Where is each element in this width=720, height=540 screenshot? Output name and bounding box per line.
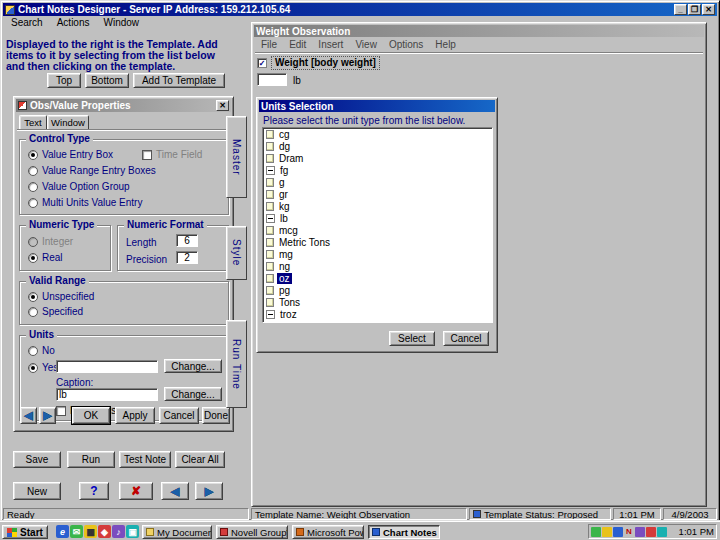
cancel-button[interactable]: Cancel <box>159 407 199 424</box>
option-specified[interactable]: Specified <box>28 306 83 317</box>
tray-icon[interactable]: N <box>624 527 634 537</box>
properties-dialog-title-bar[interactable]: Obs/Value Properties ✕ <box>16 99 231 112</box>
menu-insert[interactable]: Insert <box>312 39 349 51</box>
unit-list-item[interactable]: ng <box>263 260 492 272</box>
delete-button[interactable]: ✘ <box>119 482 153 500</box>
next-button[interactable]: ▶ <box>195 482 223 500</box>
option-units-yes[interactable]: Yes <box>28 362 58 373</box>
caption-input[interactable] <box>56 388 158 401</box>
unit-list-item[interactable]: pg <box>263 284 492 296</box>
tray-icon[interactable] <box>657 527 667 537</box>
select-button[interactable]: Select <box>389 331 435 346</box>
option-unspecified[interactable]: Unspecified <box>28 291 94 302</box>
option-units-no[interactable]: No <box>28 345 55 356</box>
tab-window[interactable]: Window <box>47 115 89 130</box>
apply-button[interactable]: Apply <box>115 407 155 424</box>
unit-list-item[interactable]: mcg <box>263 224 492 236</box>
checkbox-icon[interactable] <box>56 406 66 416</box>
tray-icon[interactable] <box>613 527 623 537</box>
tray-icon[interactable] <box>646 527 656 537</box>
quick-launch-icon[interactable]: e <box>56 525 69 538</box>
unit-list-item[interactable]: mg <box>263 248 492 260</box>
task-novell-groupwise[interactable]: Novell GroupW... <box>216 525 288 539</box>
quick-launch-icon[interactable]: ▦ <box>84 525 97 538</box>
unit-list-item[interactable]: gr <box>263 188 492 200</box>
quick-launch-icon[interactable]: ▣ <box>126 525 139 538</box>
unit-list-item[interactable]: g <box>263 176 492 188</box>
task-microsoft-powerpoint[interactable]: Microsoft Pow... <box>292 525 364 539</box>
menu-view[interactable]: View <box>349 39 383 51</box>
radio-icon[interactable] <box>28 253 38 263</box>
task-my-documents[interactable]: My Documents <box>142 525 212 539</box>
minimize-button[interactable]: _ <box>674 4 687 15</box>
option-value-range-entry-boxes[interactable]: Value Range Entry Boxes <box>28 165 156 176</box>
start-button[interactable]: Start <box>2 525 48 539</box>
maximize-button[interactable]: ❐ <box>688 4 701 15</box>
unit-list-item[interactable]: oz <box>263 272 492 284</box>
nav-back-button[interactable]: ◀ <box>20 407 37 424</box>
tab-text[interactable]: Text <box>19 115 47 130</box>
radio-icon[interactable] <box>28 166 38 176</box>
radio-icon[interactable] <box>28 182 38 192</box>
units-type-input[interactable] <box>56 360 158 373</box>
radio-icon[interactable] <box>28 363 38 373</box>
close-button[interactable]: ✕ <box>702 4 715 15</box>
checkbox-icon[interactable] <box>142 150 152 160</box>
unit-list-item[interactable]: Dram <box>263 152 492 164</box>
menu-actions[interactable]: Actions <box>50 17 97 30</box>
units-dialog-title-bar[interactable]: Units Selection <box>259 100 495 112</box>
option-integer[interactable]: Integer <box>28 236 73 247</box>
prev-button[interactable]: ◀ <box>161 482 189 500</box>
quick-launch-icon[interactable]: ♪ <box>112 525 125 538</box>
option-time-field[interactable]: Time Field <box>142 149 202 160</box>
menu-file[interactable]: File <box>255 39 283 51</box>
nav-forward-button[interactable]: ▶ <box>39 407 56 424</box>
units-cancel-button[interactable]: Cancel <box>443 331 489 346</box>
task-chart-notes[interactable]: Chart Notes ... <box>368 525 440 539</box>
unit-list-item[interactable]: kg <box>263 200 492 212</box>
radio-icon[interactable] <box>28 292 38 302</box>
quick-launch-icon[interactable]: ✉ <box>70 525 83 538</box>
unit-list-item[interactable]: cg <box>263 128 492 140</box>
caption-change-button[interactable]: Change... <box>164 387 222 401</box>
quick-launch-icon[interactable]: ◈ <box>98 525 111 538</box>
taskbar-clock[interactable]: 1:01 PM <box>679 526 714 537</box>
units-list[interactable]: cgdgDramfgggrkglbmcgMetric TonsmgngozpgT… <box>262 127 493 323</box>
precision-input[interactable] <box>176 251 198 264</box>
menu-help[interactable]: Help <box>429 39 462 51</box>
unit-list-item[interactable]: troz <box>263 308 492 320</box>
add-to-template-button[interactable]: Add To Template <box>133 73 225 88</box>
unit-list-item[interactable]: dg <box>263 140 492 152</box>
save-button[interactable]: Save <box>13 451 61 468</box>
unit-list-item[interactable]: Tons <box>263 296 492 308</box>
bottom-button[interactable]: Bottom <box>85 73 129 88</box>
radio-icon[interactable] <box>28 346 38 356</box>
unit-list-item[interactable]: fg <box>263 164 492 176</box>
option-value-entry-box[interactable]: Value Entry Box <box>28 149 113 160</box>
unit-list-item[interactable]: lb <box>263 212 492 224</box>
help-button[interactable]: ? <box>79 482 109 500</box>
length-input[interactable] <box>176 234 198 247</box>
units-change-button[interactable]: Change... <box>164 359 222 373</box>
menu-options[interactable]: Options <box>383 39 429 51</box>
title-bar[interactable]: Chart Notes Designer - Server IP Address… <box>3 3 717 16</box>
menu-search[interactable]: Search <box>4 17 50 30</box>
run-button[interactable]: Run <box>67 451 115 468</box>
test-note-button[interactable]: Test Note <box>119 451 171 468</box>
radio-icon[interactable] <box>28 150 38 160</box>
clear-all-button[interactable]: Clear All <box>175 451 225 468</box>
unit-list-item[interactable]: Metric Tons <box>263 236 492 248</box>
tray-icon[interactable] <box>635 527 645 537</box>
menu-edit[interactable]: Edit <box>283 39 312 51</box>
radio-icon[interactable] <box>28 307 38 317</box>
option-real[interactable]: Real <box>28 252 63 263</box>
radio-icon[interactable] <box>28 198 38 208</box>
sidebar-tab-master[interactable]: Master <box>226 116 247 198</box>
new-button[interactable]: New <box>13 482 61 500</box>
option-value-option-group[interactable]: Value Option Group <box>28 181 130 192</box>
radio-icon[interactable] <box>28 237 38 247</box>
sidebar-tab-run-time[interactable]: Run Time <box>226 320 247 408</box>
option-multi-units-value-entry[interactable]: Multi Units Value Entry <box>28 197 142 208</box>
weight-window-title-bar[interactable]: Weight Observation <box>254 25 704 37</box>
template-field[interactable]: ✓ Weight [body weight] <box>257 56 380 70</box>
